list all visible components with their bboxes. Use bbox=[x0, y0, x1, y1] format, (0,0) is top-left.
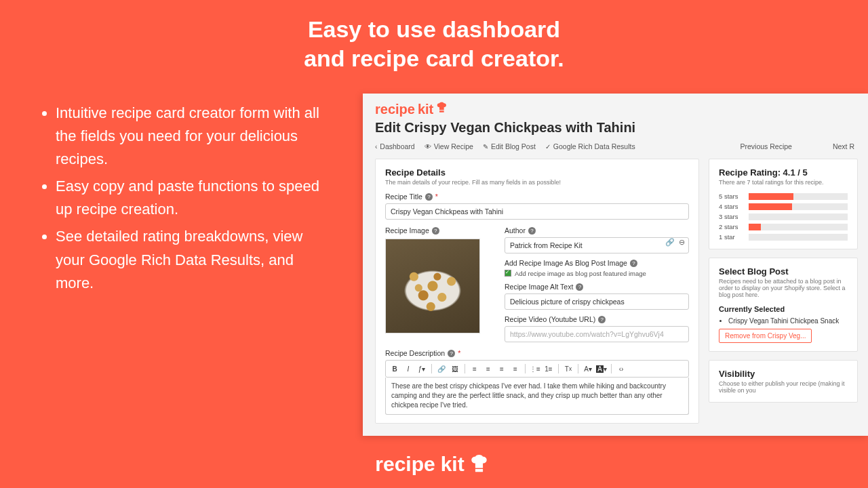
section-heading: Recipe Details bbox=[385, 167, 689, 178]
italic-button[interactable]: I bbox=[402, 363, 414, 375]
prev-recipe-link[interactable]: Previous Recipe bbox=[740, 142, 791, 150]
rating-row: 5 stars bbox=[719, 192, 848, 200]
checkbox-icon bbox=[505, 270, 511, 277]
recipe-image-preview[interactable] bbox=[385, 239, 480, 333]
blog-select-card: Select Blog Post Recipes need to be atta… bbox=[709, 258, 858, 352]
description-textarea[interactable]: These are the best crispy chickpeas I've… bbox=[385, 378, 689, 415]
recipe-title-label: Recipe Title ? * bbox=[385, 192, 689, 201]
image-button[interactable]: 🖼 bbox=[449, 363, 461, 375]
rating-row: 4 stars bbox=[719, 203, 848, 210]
author-input[interactable] bbox=[505, 237, 689, 253]
chef-hat-icon bbox=[470, 455, 493, 474]
next-recipe-link[interactable]: Next R bbox=[833, 142, 854, 150]
align-justify-button[interactable]: ≡ bbox=[509, 363, 521, 375]
check-icon: ✓ bbox=[545, 143, 551, 150]
addimg-label: Add Recipe Image As Blog Post Image ? bbox=[505, 259, 689, 267]
list-ol-button[interactable]: 1≡ bbox=[542, 363, 555, 375]
list-ul-button[interactable]: ⋮≡ bbox=[529, 363, 541, 375]
align-right-button[interactable]: ≡ bbox=[496, 363, 508, 375]
feature-bullets: Intuitive recipe card creator form with … bbox=[39, 102, 331, 299]
help-icon[interactable]: ? bbox=[448, 350, 455, 357]
editor-toolbar: B I ƒ▾ 🔗 🖼 ≡ ≡ ≡ ≡ ⋮≡ 1≡ bbox=[385, 360, 689, 378]
visibility-card: Visibility Choose to either publish your… bbox=[709, 360, 858, 403]
pencil-icon: ✎ bbox=[483, 143, 488, 150]
selected-blog-item: Crispy Vegan Tahini Chickpea Snack bbox=[728, 317, 848, 325]
help-icon[interactable]: ? bbox=[576, 283, 583, 291]
help-icon[interactable]: ? bbox=[425, 193, 433, 201]
current-selected-heading: Currently Selected bbox=[719, 305, 848, 313]
rating-heading: Recipe Rating: 4.1 / 5 bbox=[719, 167, 848, 178]
blog-sub: Recipes need to be attached to a blog po… bbox=[719, 278, 848, 298]
link-button[interactable]: 🔗 bbox=[435, 363, 448, 375]
chef-hat-icon bbox=[436, 102, 450, 117]
recipe-image-label: Recipe Image ? bbox=[385, 226, 494, 235]
page-title: Edit Crispy Vegan Chickpeas with Tahini bbox=[375, 120, 868, 136]
bold-button[interactable]: B bbox=[389, 363, 401, 375]
video-label: Recipe Video (Youtube URL) ? bbox=[505, 315, 689, 323]
help-icon[interactable]: ? bbox=[630, 260, 637, 267]
bullet-item: See detailed rating breakdowns, view you… bbox=[56, 225, 331, 294]
crumb-dashboard[interactable]: ‹Dashboard bbox=[375, 142, 415, 150]
crumb-google-rich[interactable]: ✓Google Rich Data Results bbox=[545, 142, 635, 150]
visibility-heading: Visibility bbox=[719, 369, 848, 379]
addimg-checkbox[interactable]: Add recipe image as blog post featured i… bbox=[505, 270, 689, 277]
align-left-button[interactable]: ≡ bbox=[469, 363, 481, 375]
code-button[interactable]: ‹› bbox=[615, 363, 627, 375]
bullet-item: Intuitive recipe card creator form with … bbox=[56, 102, 331, 171]
description-label: Recipe Description ? * bbox=[385, 349, 689, 357]
footer-brand: recipekit bbox=[375, 453, 492, 476]
font-button[interactable]: ƒ▾ bbox=[416, 363, 428, 375]
recipe-title-input[interactable] bbox=[385, 203, 689, 220]
clear-icon[interactable]: ⊖ bbox=[679, 238, 685, 247]
link-icon[interactable]: 🔗 bbox=[665, 238, 675, 247]
hero-title: Easy to use dashboard and recipe card cr… bbox=[0, 0, 868, 73]
bg-color-button[interactable]: A▾ bbox=[595, 363, 608, 375]
rating-row: 2 stars bbox=[719, 223, 848, 230]
visibility-sub: Choose to either publish your recipe (ma… bbox=[719, 380, 848, 394]
app-brand: recipekit bbox=[375, 102, 868, 117]
help-icon[interactable]: ? bbox=[432, 227, 439, 235]
dashboard-screenshot: recipekit Edit Crispy Vegan Chickpeas wi… bbox=[363, 94, 868, 436]
video-url-input[interactable] bbox=[505, 326, 689, 342]
clear-format-button[interactable]: Tx bbox=[562, 363, 574, 375]
blog-heading: Select Blog Post bbox=[719, 266, 848, 277]
breadcrumb: ‹Dashboard 👁View Recipe ✎Edit Blog Post … bbox=[375, 142, 868, 150]
crumb-edit-blog[interactable]: ✎Edit Blog Post bbox=[483, 142, 536, 150]
recipe-details-card: Recipe Details The main details of your … bbox=[375, 159, 699, 424]
text-color-button[interactable]: A▾ bbox=[582, 363, 594, 375]
rating-row: 3 stars bbox=[719, 213, 848, 220]
rating-sub: There are 7 total ratings for this recip… bbox=[719, 179, 848, 186]
bullet-item: Easy copy and paste functions to speed u… bbox=[56, 175, 331, 221]
rating-bar bbox=[749, 203, 792, 210]
crumb-view-recipe[interactable]: 👁View Recipe bbox=[425, 142, 473, 150]
chevron-left-icon: ‹ bbox=[375, 143, 377, 150]
rating-card: Recipe Rating: 4.1 / 5 There are 7 total… bbox=[709, 159, 858, 249]
rating-bar bbox=[749, 224, 761, 230]
alt-label: Recipe Image Alt Text ? bbox=[505, 283, 689, 291]
help-icon[interactable]: ? bbox=[598, 316, 606, 323]
eye-icon: 👁 bbox=[425, 143, 431, 150]
rating-row: 1 star bbox=[719, 233, 848, 241]
remove-blog-button[interactable]: Remove from Crispy Veg... bbox=[719, 329, 812, 343]
alt-text-input[interactable] bbox=[505, 293, 689, 310]
align-center-button[interactable]: ≡ bbox=[482, 363, 494, 375]
help-icon[interactable]: ? bbox=[528, 227, 536, 235]
rating-bar bbox=[749, 193, 793, 200]
section-sub: The main details of your recipe. Fill as… bbox=[385, 179, 689, 186]
author-label: Author ? bbox=[505, 226, 689, 235]
